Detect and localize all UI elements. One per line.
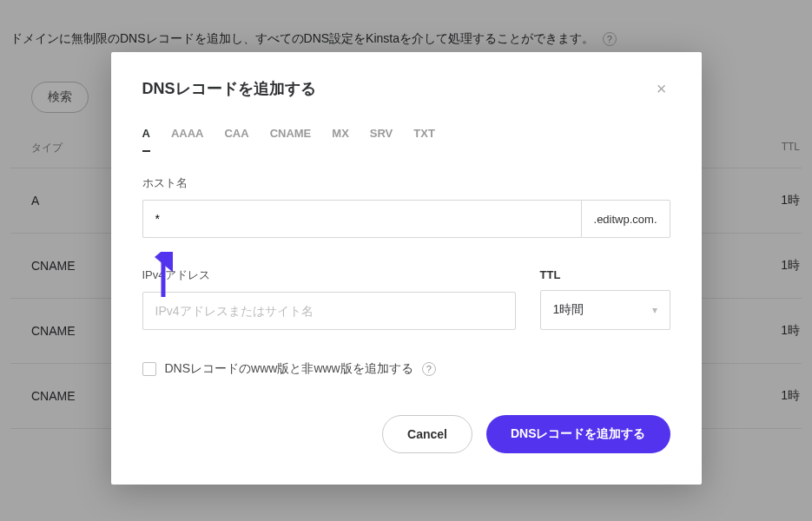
ttl-selected-value: 1時間 xyxy=(553,302,584,318)
ttl-label: TTL xyxy=(540,268,670,281)
hostname-label: ホスト名 xyxy=(142,175,670,191)
ttl-select[interactable]: 1時間 ▾ xyxy=(540,290,670,330)
tab-caa[interactable]: CAA xyxy=(224,127,248,152)
hostname-suffix: .editwp.com. xyxy=(581,200,670,238)
hostname-input[interactable] xyxy=(142,200,581,238)
www-variants-label: DNSレコードのwww版と非www版を追加する xyxy=(165,361,413,377)
ipv4-input[interactable] xyxy=(142,292,516,330)
modal-title: DNSレコードを追加する xyxy=(142,78,316,99)
tab-aaaa[interactable]: AAAA xyxy=(171,127,204,152)
tab-a[interactable]: A xyxy=(142,127,150,152)
tab-txt[interactable]: TXT xyxy=(413,127,435,152)
modal-overlay: DNSレコードを追加する × A AAAA CAA CNAME MX SRV T… xyxy=(0,0,812,521)
record-type-tabs: A AAAA CAA CNAME MX SRV TXT xyxy=(142,127,670,153)
close-icon[interactable]: × xyxy=(653,76,670,101)
chevron-down-icon: ▾ xyxy=(652,304,657,316)
tab-cname[interactable]: CNAME xyxy=(270,127,312,152)
add-dns-record-modal: DNSレコードを追加する × A AAAA CAA CNAME MX SRV T… xyxy=(111,52,702,485)
tab-srv[interactable]: SRV xyxy=(370,127,393,152)
tab-mx[interactable]: MX xyxy=(332,127,349,152)
www-variants-checkbox[interactable] xyxy=(142,362,156,376)
submit-button[interactable]: DNSレコードを追加する xyxy=(486,415,670,453)
help-icon[interactable]: ? xyxy=(422,362,436,376)
cancel-button[interactable]: Cancel xyxy=(382,415,472,453)
ipv4-label: IPv4アドレス xyxy=(142,267,516,283)
